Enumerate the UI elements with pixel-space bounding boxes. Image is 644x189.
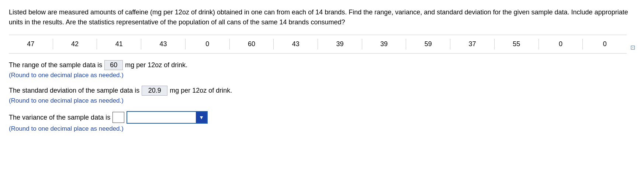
question-container: Listed below are measured amounts of caf…: [9, 7, 635, 133]
data-value-6: 60: [230, 39, 274, 49]
data-values-row: 47 42 41 43 0 60 43 39 39 59 37 55 0 0: [9, 35, 627, 54]
variance-answer-line: The variance of the sample data is ▼: [9, 111, 635, 124]
data-value-2: 42: [53, 39, 97, 49]
data-value-4: 43: [141, 39, 186, 49]
range-value: 60: [104, 60, 123, 70]
std-dev-suffix: mg per 12oz of drink.: [170, 87, 232, 94]
range-hint: (Round to one decimal place as needed.): [9, 72, 635, 79]
std-dev-answer-line: The standard deviation of the sample dat…: [9, 86, 635, 96]
chevron-down-icon: ▼: [199, 114, 204, 120]
data-value-10: 59: [406, 39, 450, 49]
range-suffix: mg per 12oz of drink.: [125, 61, 187, 69]
data-value-12: 55: [495, 39, 539, 49]
variance-prefix: The variance of the sample data is: [9, 114, 110, 121]
data-value-14: 0: [583, 39, 627, 49]
std-dev-value: 20.9: [142, 86, 167, 96]
data-value-5: 0: [186, 39, 230, 49]
variance-dropdown[interactable]: ▼: [127, 111, 208, 124]
copy-icon[interactable]: ⊡: [630, 44, 635, 51]
data-value-13: 0: [539, 39, 583, 49]
data-value-1: 47: [9, 39, 53, 49]
variance-dropdown-field[interactable]: [127, 112, 196, 123]
data-value-9: 39: [362, 39, 406, 49]
data-value-3: 41: [97, 39, 141, 49]
variance-small-input[interactable]: [112, 112, 124, 123]
std-dev-prefix: The standard deviation of the sample dat…: [9, 87, 139, 94]
range-section: The range of the sample data is 60 mg pe…: [9, 60, 635, 79]
std-dev-section: The standard deviation of the sample dat…: [9, 86, 635, 104]
range-answer-line: The range of the sample data is 60 mg pe…: [9, 60, 635, 70]
std-dev-hint: (Round to one decimal place as needed.): [9, 97, 635, 104]
data-value-8: 39: [318, 39, 362, 49]
variance-dropdown-arrow[interactable]: ▼: [196, 112, 207, 123]
variance-section: The variance of the sample data is ▼ (Ro…: [9, 111, 635, 133]
range-prefix: The range of the sample data is: [9, 61, 102, 69]
data-value-11: 37: [450, 39, 495, 49]
question-text: Listed below are measured amounts of caf…: [9, 7, 635, 27]
variance-hint: (Round to one decimal place as needed.): [9, 125, 635, 133]
data-value-7: 43: [274, 39, 318, 49]
